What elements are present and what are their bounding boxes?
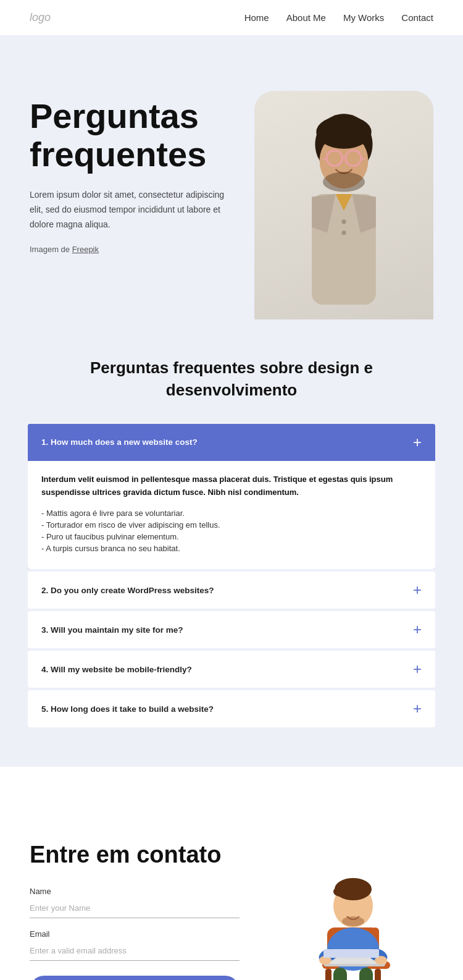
faq-plus-icon-4: +: [413, 662, 422, 677]
list-item: Mattis agora é livre para se voluntariar…: [41, 507, 422, 519]
faq-question-2: 2. Do you only create WordPress websites…: [41, 586, 214, 595]
hero-image-credit: Imagem de Freepik: [30, 245, 240, 254]
hero-credit-link[interactable]: Freepik: [72, 245, 99, 254]
name-label: Name: [30, 887, 240, 896]
faq-plus-icon-3: +: [413, 622, 422, 637]
nav-about[interactable]: About Me: [286, 12, 326, 23]
nav-links: Home About Me My Works Contact: [244, 12, 433, 23]
svg-point-28: [342, 916, 364, 926]
contact-illustration: [273, 841, 433, 980]
faq-body-1: Interdum velit euismod in pellentesque m…: [28, 461, 435, 570]
faq-section: Perguntas frequentes sobre design e dese…: [0, 319, 463, 767]
navbar: logo Home About Me My Works Contact: [0, 0, 463, 35]
faq-item-2: 2. Do you only create WordPress websites…: [28, 572, 435, 609]
nav-contact[interactable]: Contact: [401, 12, 433, 23]
faq-question-4: 4. Will my website be mobile-friendly?: [41, 665, 192, 674]
faq-item-3: 3. Will you maintain my site for me? +: [28, 611, 435, 648]
svg-rect-19: [375, 969, 381, 980]
list-item: Torturador em risco de viver adipiscing …: [41, 519, 422, 531]
faq-question-1: 1. How much does a new website cost?: [41, 437, 198, 447]
hero-section: Perguntas frequentes Lorem ipsum dolor s…: [0, 35, 463, 319]
enviar-button[interactable]: ENVIAR: [30, 976, 240, 980]
faq-question-5: 5. How long does it take to build a webs…: [41, 704, 214, 714]
faq-item-4: 4. Will my website be mobile-friendly? +: [28, 651, 435, 688]
nav-home[interactable]: Home: [244, 12, 269, 23]
svg-point-27: [333, 887, 348, 897]
faq-header-2[interactable]: 2. Do you only create WordPress websites…: [28, 572, 435, 609]
svg-rect-36: [359, 968, 373, 980]
hero-description: Lorem ipsum dolor sit amet, consectetur …: [30, 188, 240, 232]
logo: logo: [30, 11, 51, 24]
faq-section-title: Perguntas frequentes sobre design e dese…: [77, 357, 386, 402]
svg-point-13: [341, 230, 346, 235]
faq-item-1: 1. How much does a new website cost? + I…: [28, 424, 435, 570]
contact-person-svg: [279, 841, 427, 980]
faq-header-5[interactable]: 5. How long does it take to build a webs…: [28, 690, 435, 727]
nav-works[interactable]: My Works: [343, 12, 384, 23]
contact-form-wrap: Entre em contato Name Email ENVIAR Image…: [30, 841, 240, 980]
name-field-group: Name: [30, 887, 240, 918]
list-item: Puro ut faucibus pulvinar elementum.: [41, 531, 422, 543]
svg-rect-35: [333, 968, 347, 980]
contact-section: Entre em contato Name Email ENVIAR Image…: [0, 804, 463, 980]
faq-answer-bold-1: Interdum velit euismod in pellentesque m…: [41, 473, 422, 499]
svg-rect-18: [325, 969, 332, 980]
svg-point-7: [323, 172, 365, 192]
faq-answer-list-1: Mattis agora é livre para se voluntariar…: [41, 507, 422, 554]
email-input[interactable]: [30, 941, 240, 961]
svg-point-12: [341, 219, 346, 224]
faq-header-1[interactable]: 1. How much does a new website cost? +: [28, 424, 435, 461]
faq-list: 1. How much does a new website cost? + I…: [28, 424, 435, 728]
hero-person-illustration: [254, 91, 433, 319]
contact-title: Entre em contato: [30, 841, 240, 869]
svg-point-16: [350, 121, 365, 132]
hero-text-block: Perguntas frequentes Lorem ipsum dolor s…: [30, 72, 240, 254]
section-gap: [0, 767, 463, 804]
email-field-group: Email: [30, 929, 240, 961]
svg-point-15: [320, 121, 340, 134]
hero-image: [254, 91, 433, 319]
hero-title: Perguntas frequentes: [30, 97, 240, 173]
faq-plus-icon-2: +: [413, 583, 422, 598]
person-svg: [270, 100, 418, 310]
svg-rect-39: [323, 949, 379, 958]
faq-question-3: 3. Will you maintain my site for me?: [41, 625, 183, 635]
faq-plus-icon-5: +: [413, 701, 422, 716]
name-input[interactable]: [30, 898, 240, 918]
faq-header-3[interactable]: 3. Will you maintain my site for me? +: [28, 611, 435, 648]
faq-item-5: 5. How long does it take to build a webs…: [28, 690, 435, 727]
faq-plus-icon-1: +: [413, 435, 422, 450]
email-label: Email: [30, 929, 240, 939]
faq-header-4[interactable]: 4. Will my website be mobile-friendly? +: [28, 651, 435, 688]
list-item: A turpis cursus branca no seu habitat.: [41, 543, 422, 554]
